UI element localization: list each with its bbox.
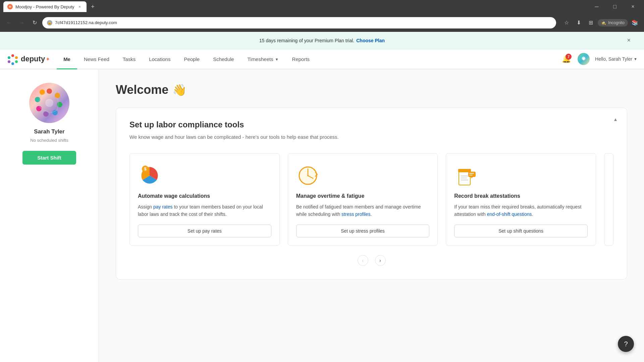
svg-rect-30 <box>469 173 474 174</box>
user-avatar <box>29 83 69 123</box>
svg-rect-29 <box>468 172 476 177</box>
set-up-stress-profiles-button[interactable]: Set up stress profiles <box>296 225 430 237</box>
break-attestations-card: Record break attestations If your team m… <box>446 153 596 246</box>
notifications-button[interactable]: 🔔 7 <box>560 53 572 65</box>
minimize-button[interactable]: ─ <box>589 2 604 12</box>
banner-close-button[interactable]: × <box>627 37 631 44</box>
maximize-button[interactable]: □ <box>607 2 623 12</box>
set-up-shift-questions-button[interactable]: Set up shift questions <box>454 225 588 237</box>
main-layout: Sarah Tyler No scheduled shifts Start Sh… <box>0 69 644 362</box>
deputy-logo[interactable]: deputy ✦ <box>7 53 50 65</box>
trial-message: 15 days remaining of your Premium Plan t… <box>259 38 354 43</box>
timesheets-arrow-icon: ▼ <box>275 57 279 61</box>
user-greeting[interactable]: Hello, Sarah Tyler ▼ <box>595 56 637 62</box>
sidebar-user-name: Sarah Tyler <box>34 128 64 135</box>
extensions-icon[interactable]: ⊞ <box>586 18 596 28</box>
greeting-arrow-icon: ▼ <box>634 57 637 61</box>
choose-plan-link[interactable]: Choose Plan <box>356 38 385 43</box>
attestation-icon <box>454 163 478 186</box>
svg-point-1 <box>15 56 18 59</box>
nav-items: Me News Feed Tasks Locations People Sche… <box>57 49 316 69</box>
svg-point-7 <box>47 88 52 94</box>
deputy-logo-star: ✦ <box>46 56 50 62</box>
tab-favicon: M <box>7 4 13 9</box>
chevron-left-icon: ‹ <box>362 258 364 263</box>
app-nav: deputy ✦ Me News Feed Tasks Locations Pe… <box>0 49 644 69</box>
nav-item-me[interactable]: Me <box>57 50 77 69</box>
nav-item-people[interactable]: People <box>177 50 206 69</box>
shift-questions-link[interactable]: end-of-shift questions <box>487 212 532 217</box>
partial-card <box>604 153 613 246</box>
incognito-icon: 🕵 <box>601 20 606 25</box>
address-bar[interactable]: 🔒 7cf47d19112152.na.deputy.com <box>42 17 556 28</box>
svg-rect-31 <box>469 175 473 175</box>
window-controls: ─ □ × <box>589 2 641 12</box>
forward-button[interactable]: → <box>17 18 27 28</box>
notification-badge: 7 <box>566 54 572 60</box>
overtime-card-desc: Be notified of fatigued team members and… <box>296 203 430 218</box>
breaks-card-title: Record break attestations <box>454 193 588 199</box>
incognito-badge: 🕵 Incognito <box>598 19 628 26</box>
nav-item-reports[interactable]: Reports <box>285 50 317 69</box>
svg-point-12 <box>36 106 42 111</box>
nav-item-locations[interactable]: Locations <box>142 50 177 69</box>
question-mark-icon: ? <box>624 340 628 348</box>
nav-item-schedule[interactable]: Schedule <box>206 50 241 69</box>
svg-rect-28 <box>461 180 468 180</box>
carousel-navigation: ‹ › <box>129 255 613 266</box>
nav-item-timesheets[interactable]: Timesheets ▼ <box>241 50 285 69</box>
chevron-right-icon: › <box>379 258 381 263</box>
breaks-card-desc: If your team miss their required breaks,… <box>454 203 588 218</box>
deputy-logo-text: deputy <box>21 55 45 63</box>
nav-item-news-feed[interactable]: News Feed <box>77 50 116 69</box>
nav-right: 🔔 7 Hello, Sarah Tyler ▼ <box>560 53 637 65</box>
svg-point-2 <box>15 60 18 63</box>
all-bookmarks-button[interactable]: 📚 <box>630 18 640 28</box>
trial-banner: 15 days remaining of your Premium Plan t… <box>0 32 644 49</box>
url-text: 7cf47d19112152.na.deputy.com <box>55 20 117 25</box>
wage-icon: $ <box>138 163 161 186</box>
main-content: Welcome 👋 ▲ Set up labor compliance tool… <box>99 69 644 362</box>
back-button[interactable]: ← <box>4 18 14 28</box>
start-shift-button[interactable]: Start Shift <box>22 151 76 165</box>
refresh-button[interactable]: ↻ <box>30 18 40 28</box>
section-title: Set up labor compliance tools <box>129 120 613 129</box>
overtime-fatigue-card: Manage overtime & fatigue Be notified of… <box>288 153 438 246</box>
set-up-pay-rates-button[interactable]: Set up pay rates <box>138 225 271 237</box>
browser-tab-bar: M Moodjoy - Powered By Deputy × + ─ □ × <box>0 0 644 13</box>
deputy-logo-icon <box>7 53 19 65</box>
svg-point-15 <box>45 99 53 107</box>
welcome-heading: Welcome 👋 <box>116 83 627 97</box>
stress-profiles-link[interactable]: stress profiles <box>341 212 370 217</box>
svg-point-8 <box>55 93 60 98</box>
carousel-next-button[interactable]: › <box>375 255 386 266</box>
pay-rates-link[interactable]: pay rates <box>153 204 173 209</box>
nav-item-tasks[interactable]: Tasks <box>116 50 142 69</box>
wage-card-title: Automate wage calculations <box>138 193 271 199</box>
svg-point-10 <box>52 110 58 115</box>
active-browser-tab[interactable]: M Moodjoy - Powered By Deputy × <box>3 1 87 12</box>
wage-card-desc: Assign pay rates to your team members ba… <box>138 203 271 218</box>
carousel-prev-button[interactable]: ‹ <box>358 255 368 266</box>
settings-avatar-button[interactable] <box>578 53 590 65</box>
svg-point-4 <box>8 60 10 63</box>
tab-title: Moodjoy - Powered By Deputy <box>15 4 74 9</box>
svg-point-5 <box>8 56 10 59</box>
greeting-text: Hello, Sarah Tyler <box>595 56 632 62</box>
new-tab-button[interactable]: + <box>88 2 98 11</box>
tab-close-button[interactable]: × <box>77 4 83 9</box>
welcome-text: Welcome <box>116 83 168 97</box>
sidebar-shift-status: No scheduled shifts <box>30 138 68 143</box>
incognito-label: Incognito <box>608 20 625 25</box>
help-button[interactable]: ? <box>618 336 634 352</box>
security-icon: 🔒 <box>47 20 52 25</box>
svg-point-3 <box>11 62 14 65</box>
wage-calculations-card: $ Automate wage calculations Assign pay … <box>129 153 280 246</box>
download-icon[interactable]: ⬇ <box>574 18 584 28</box>
browser-nav-bar: ← → ↻ 🔒 7cf47d19112152.na.deputy.com ☆ ⬇… <box>0 13 644 32</box>
svg-text:$: $ <box>144 167 147 171</box>
svg-rect-26 <box>461 176 468 176</box>
bookmark-icon[interactable]: ☆ <box>561 18 572 28</box>
collapse-section-button[interactable]: ▲ <box>611 115 620 124</box>
close-window-button[interactable]: × <box>625 2 641 12</box>
